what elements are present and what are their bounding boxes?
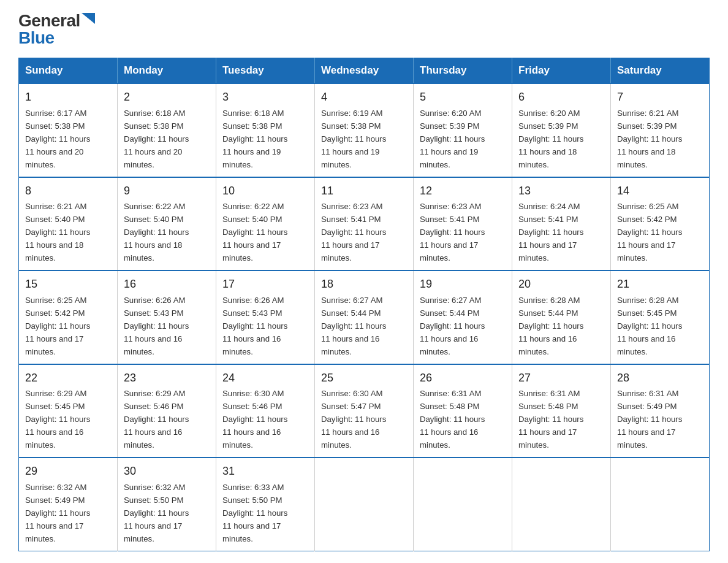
- day-info: Sunrise: 6:28 AMSunset: 5:45 PMDaylight:…: [617, 296, 682, 356]
- calendar-cell: 27 Sunrise: 6:31 AMSunset: 5:48 PMDaylig…: [512, 364, 611, 458]
- calendar-cell: 16 Sunrise: 6:26 AMSunset: 5:43 PMDaylig…: [118, 270, 216, 364]
- calendar-cell: 28 Sunrise: 6:31 AMSunset: 5:49 PMDaylig…: [611, 364, 710, 458]
- day-info: Sunrise: 6:29 AMSunset: 5:46 PMDaylight:…: [124, 389, 189, 450]
- calendar-cell: 25 Sunrise: 6:30 AMSunset: 5:47 PMDaylig…: [315, 364, 414, 458]
- day-number: 26: [420, 370, 506, 387]
- day-number: 29: [25, 463, 111, 480]
- day-info: Sunrise: 6:33 AMSunset: 5:50 PMDaylight:…: [222, 483, 287, 543]
- day-number: 19: [420, 276, 506, 293]
- day-number: 5: [420, 89, 506, 106]
- day-number: 30: [124, 463, 210, 480]
- logo: General Blue: [18, 12, 95, 47]
- day-number: 10: [222, 183, 308, 200]
- calendar-cell: 7 Sunrise: 6:21 AMSunset: 5:39 PMDayligh…: [611, 83, 710, 177]
- calendar-cell: 14 Sunrise: 6:25 AMSunset: 5:42 PMDaylig…: [611, 177, 710, 271]
- day-info: Sunrise: 6:19 AMSunset: 5:38 PMDaylight:…: [321, 109, 386, 169]
- calendar-header-thursday: Thursday: [414, 58, 512, 84]
- calendar-cell: 4 Sunrise: 6:19 AMSunset: 5:38 PMDayligh…: [315, 83, 414, 177]
- calendar-cell: 8 Sunrise: 6:21 AMSunset: 5:40 PMDayligh…: [19, 177, 118, 271]
- day-number: 14: [617, 183, 703, 200]
- day-info: Sunrise: 6:32 AMSunset: 5:50 PMDaylight:…: [124, 483, 189, 543]
- day-info: Sunrise: 6:22 AMSunset: 5:40 PMDaylight:…: [124, 202, 189, 262]
- calendar-cell: 10 Sunrise: 6:22 AMSunset: 5:40 PMDaylig…: [216, 177, 315, 271]
- calendar-cell: 23 Sunrise: 6:29 AMSunset: 5:46 PMDaylig…: [118, 364, 216, 458]
- calendar-cell: 17 Sunrise: 6:26 AMSunset: 5:43 PMDaylig…: [216, 270, 315, 364]
- day-info: Sunrise: 6:31 AMSunset: 5:48 PMDaylight:…: [518, 389, 583, 450]
- calendar-cell: 29 Sunrise: 6:32 AMSunset: 5:49 PMDaylig…: [19, 458, 118, 551]
- calendar-cell: [611, 458, 710, 551]
- calendar-cell: 3 Sunrise: 6:18 AMSunset: 5:38 PMDayligh…: [216, 83, 315, 177]
- day-number: 23: [124, 370, 210, 387]
- calendar-header-sunday: Sunday: [19, 58, 118, 84]
- day-number: 7: [617, 89, 703, 106]
- day-info: Sunrise: 6:23 AMSunset: 5:41 PMDaylight:…: [321, 202, 386, 262]
- day-number: 22: [25, 370, 111, 387]
- day-number: 12: [420, 183, 506, 200]
- day-number: 9: [124, 183, 210, 200]
- calendar-cell: 24 Sunrise: 6:30 AMSunset: 5:46 PMDaylig…: [216, 364, 315, 458]
- day-info: Sunrise: 6:25 AMSunset: 5:42 PMDaylight:…: [25, 296, 90, 356]
- day-number: 1: [25, 89, 111, 106]
- day-info: Sunrise: 6:28 AMSunset: 5:44 PMDaylight:…: [518, 296, 583, 356]
- day-info: Sunrise: 6:22 AMSunset: 5:40 PMDaylight:…: [222, 202, 287, 262]
- day-number: 24: [222, 370, 308, 387]
- logo-blue: Blue: [18, 28, 55, 47]
- day-info: Sunrise: 6:20 AMSunset: 5:39 PMDaylight:…: [518, 109, 583, 169]
- day-number: 15: [25, 276, 111, 293]
- page-header: General Blue: [18, 12, 710, 47]
- calendar-table: SundayMondayTuesdayWednesdayThursdayFrid…: [18, 58, 710, 551]
- day-number: 27: [518, 370, 604, 387]
- day-number: 4: [321, 89, 407, 106]
- calendar-week-row: 22 Sunrise: 6:29 AMSunset: 5:45 PMDaylig…: [19, 364, 710, 458]
- day-info: Sunrise: 6:27 AMSunset: 5:44 PMDaylight:…: [420, 296, 485, 356]
- calendar-week-row: 1 Sunrise: 6:17 AMSunset: 5:38 PMDayligh…: [19, 83, 710, 177]
- day-info: Sunrise: 6:26 AMSunset: 5:43 PMDaylight:…: [124, 296, 189, 356]
- calendar-cell: 6 Sunrise: 6:20 AMSunset: 5:39 PMDayligh…: [512, 83, 611, 177]
- svg-marker-0: [82, 13, 95, 24]
- calendar-cell: 1 Sunrise: 6:17 AMSunset: 5:38 PMDayligh…: [19, 83, 118, 177]
- day-info: Sunrise: 6:18 AMSunset: 5:38 PMDaylight:…: [124, 109, 189, 169]
- calendar-cell: 31 Sunrise: 6:33 AMSunset: 5:50 PMDaylig…: [216, 458, 315, 551]
- day-number: 18: [321, 276, 407, 293]
- calendar-header-row: SundayMondayTuesdayWednesdayThursdayFrid…: [19, 58, 710, 84]
- day-info: Sunrise: 6:31 AMSunset: 5:48 PMDaylight:…: [420, 389, 485, 450]
- day-number: 11: [321, 183, 407, 200]
- day-number: 21: [617, 276, 703, 293]
- calendar-header-wednesday: Wednesday: [315, 58, 414, 84]
- calendar-header-friday: Friday: [512, 58, 611, 84]
- calendar-week-row: 8 Sunrise: 6:21 AMSunset: 5:40 PMDayligh…: [19, 177, 710, 271]
- calendar-cell: 12 Sunrise: 6:23 AMSunset: 5:41 PMDaylig…: [414, 177, 512, 271]
- calendar-cell: [512, 458, 611, 551]
- day-number: 20: [518, 276, 604, 293]
- day-number: 13: [518, 183, 604, 200]
- day-number: 17: [222, 276, 308, 293]
- calendar-cell: 26 Sunrise: 6:31 AMSunset: 5:48 PMDaylig…: [414, 364, 512, 458]
- calendar-cell: 22 Sunrise: 6:29 AMSunset: 5:45 PMDaylig…: [19, 364, 118, 458]
- day-info: Sunrise: 6:30 AMSunset: 5:47 PMDaylight:…: [321, 389, 386, 450]
- calendar-cell: 18 Sunrise: 6:27 AMSunset: 5:44 PMDaylig…: [315, 270, 414, 364]
- calendar-cell: 11 Sunrise: 6:23 AMSunset: 5:41 PMDaylig…: [315, 177, 414, 271]
- day-number: 8: [25, 183, 111, 200]
- calendar-cell: 21 Sunrise: 6:28 AMSunset: 5:45 PMDaylig…: [611, 270, 710, 364]
- day-info: Sunrise: 6:26 AMSunset: 5:43 PMDaylight:…: [222, 296, 287, 356]
- day-number: 25: [321, 370, 407, 387]
- calendar-cell: 20 Sunrise: 6:28 AMSunset: 5:44 PMDaylig…: [512, 270, 611, 364]
- day-info: Sunrise: 6:23 AMSunset: 5:41 PMDaylight:…: [420, 202, 485, 262]
- calendar-header-tuesday: Tuesday: [216, 58, 315, 84]
- day-info: Sunrise: 6:17 AMSunset: 5:38 PMDaylight:…: [25, 109, 90, 169]
- calendar-cell: 15 Sunrise: 6:25 AMSunset: 5:42 PMDaylig…: [19, 270, 118, 364]
- day-info: Sunrise: 6:30 AMSunset: 5:46 PMDaylight:…: [222, 389, 287, 450]
- day-info: Sunrise: 6:21 AMSunset: 5:40 PMDaylight:…: [25, 202, 90, 262]
- day-info: Sunrise: 6:21 AMSunset: 5:39 PMDaylight:…: [617, 109, 682, 169]
- day-number: 28: [617, 370, 703, 387]
- calendar-cell: [315, 458, 414, 551]
- day-number: 3: [222, 89, 308, 106]
- day-number: 16: [124, 276, 210, 293]
- calendar-cell: 5 Sunrise: 6:20 AMSunset: 5:39 PMDayligh…: [414, 83, 512, 177]
- day-info: Sunrise: 6:20 AMSunset: 5:39 PMDaylight:…: [420, 109, 485, 169]
- calendar-header-saturday: Saturday: [611, 58, 710, 84]
- day-number: 2: [124, 89, 210, 106]
- day-number: 6: [518, 89, 604, 106]
- calendar-cell: 2 Sunrise: 6:18 AMSunset: 5:38 PMDayligh…: [118, 83, 216, 177]
- logo-general: General: [18, 12, 80, 29]
